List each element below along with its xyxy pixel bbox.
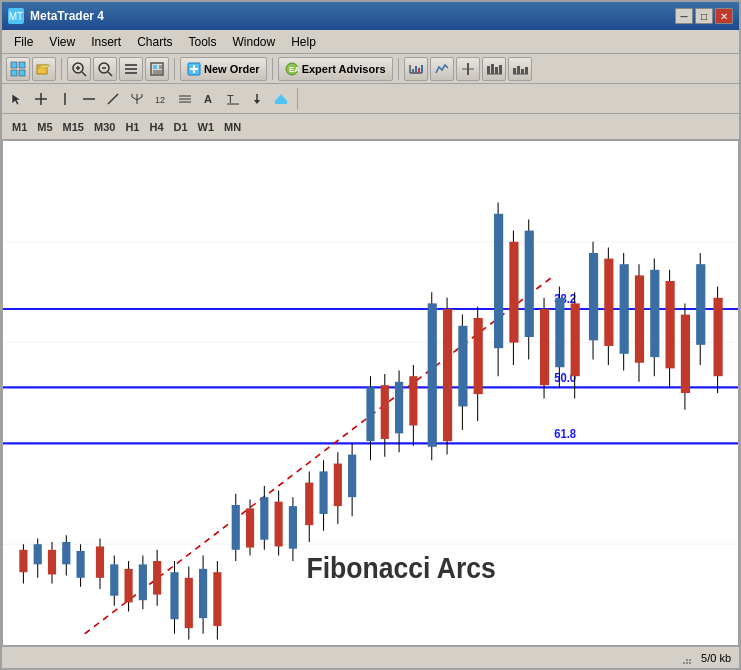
svg-rect-28 — [412, 69, 414, 73]
svg-rect-103 — [199, 569, 207, 618]
menu-help[interactable]: Help — [283, 33, 324, 51]
zoom-out-button[interactable] — [93, 57, 117, 81]
expert-advisors-label: Expert Advisors — [302, 63, 386, 75]
main-toolbar: New Order EA Expert Advisors — [2, 54, 739, 84]
zoom-in2-button[interactable] — [482, 57, 506, 81]
menu-view[interactable]: View — [41, 33, 83, 51]
open-button[interactable] — [32, 57, 56, 81]
close-button[interactable]: ✕ — [715, 8, 733, 24]
svg-rect-0 — [11, 62, 17, 68]
template-button[interactable] — [145, 57, 169, 81]
svg-rect-16 — [153, 65, 157, 69]
tf-m5[interactable]: M5 — [33, 117, 56, 137]
svg-marker-63 — [254, 100, 260, 104]
svg-rect-34 — [487, 66, 490, 74]
tf-m30[interactable]: M30 — [90, 117, 119, 137]
crosshair-tool[interactable] — [30, 88, 52, 110]
text2-tool[interactable]: T — [222, 88, 244, 110]
tf-h4[interactable]: H4 — [145, 117, 167, 137]
svg-rect-131 — [409, 376, 417, 425]
svg-rect-111 — [260, 497, 268, 540]
menu-charts[interactable]: Charts — [129, 33, 180, 51]
trendline-tool[interactable] — [102, 88, 124, 110]
fibonacci-tool[interactable] — [174, 88, 196, 110]
menu-insert[interactable]: Insert — [83, 33, 129, 51]
svg-rect-99 — [170, 572, 178, 619]
arrow-tool[interactable] — [246, 88, 268, 110]
main-window: MT MetaTrader 4 ─ □ ✕ File View Insert C… — [0, 0, 741, 670]
file-info: 5/0 kb — [701, 652, 731, 664]
chart-canvas: 38.2 50.0 61.8 — [3, 141, 738, 645]
svg-rect-174 — [683, 662, 685, 664]
svg-rect-165 — [681, 315, 690, 393]
minimize-button[interactable]: ─ — [675, 8, 693, 24]
svg-rect-135 — [443, 309, 452, 441]
svg-rect-173 — [689, 662, 691, 664]
chart-title: Fibonacci Arcs — [306, 552, 495, 584]
svg-text:A: A — [204, 93, 212, 105]
horizontal-line-tool[interactable] — [78, 88, 100, 110]
svg-rect-37 — [499, 65, 502, 74]
window-controls: ─ □ ✕ — [675, 8, 733, 24]
expert-advisors-button[interactable]: EA Expert Advisors — [278, 57, 393, 81]
tf-h1[interactable]: H1 — [121, 117, 143, 137]
svg-rect-169 — [714, 298, 723, 376]
new-order-button[interactable]: New Order — [180, 57, 267, 81]
text-tool[interactable]: A — [198, 88, 220, 110]
toolbar-separator-2 — [174, 58, 175, 80]
status-right: 5/0 kb — [677, 650, 731, 666]
menu-bar: File View Insert Charts Tools Window Hel… — [2, 30, 739, 54]
tf-m15[interactable]: M15 — [59, 117, 88, 137]
svg-rect-91 — [110, 564, 118, 595]
svg-rect-172 — [686, 662, 688, 664]
elliot-tool[interactable]: 12 — [150, 88, 172, 110]
svg-text:12: 12 — [155, 95, 165, 105]
history-button[interactable] — [404, 57, 428, 81]
svg-rect-147 — [540, 309, 549, 385]
svg-text:T: T — [227, 93, 234, 105]
new-chart-button[interactable] — [6, 57, 30, 81]
pitchfork-tool[interactable] — [126, 88, 148, 110]
svg-rect-117 — [305, 483, 313, 526]
svg-line-6 — [82, 72, 86, 76]
chart-area[interactable]: 38.2 50.0 61.8 — [2, 140, 739, 646]
svg-line-10 — [108, 72, 112, 76]
window-title: MetaTrader 4 — [30, 9, 104, 23]
indicators-button[interactable] — [430, 57, 454, 81]
svg-rect-141 — [494, 214, 503, 348]
svg-rect-95 — [139, 564, 147, 600]
svg-rect-13 — [125, 68, 137, 70]
svg-rect-83 — [48, 550, 56, 575]
tf-m1[interactable]: M1 — [8, 117, 31, 137]
cursor-tool[interactable] — [6, 88, 28, 110]
svg-rect-30 — [418, 68, 420, 73]
app-icon: MT — [8, 8, 24, 24]
svg-rect-89 — [96, 546, 104, 577]
status-bar: 5/0 kb — [2, 646, 739, 668]
tf-w1[interactable]: W1 — [194, 117, 219, 137]
color-tool[interactable] — [270, 88, 292, 110]
svg-rect-109 — [246, 508, 254, 547]
zoom-in-button[interactable] — [67, 57, 91, 81]
menu-tools[interactable]: Tools — [181, 33, 225, 51]
svg-rect-3 — [19, 70, 25, 76]
menu-window[interactable]: Window — [225, 33, 284, 51]
tf-mn[interactable]: MN — [220, 117, 245, 137]
menu-file[interactable]: File — [6, 33, 41, 51]
maximize-button[interactable]: □ — [695, 8, 713, 24]
zoom-out2-button[interactable] — [508, 57, 532, 81]
svg-rect-31 — [421, 65, 423, 73]
svg-rect-161 — [650, 270, 659, 357]
svg-rect-129 — [395, 382, 403, 434]
tf-d1[interactable]: D1 — [170, 117, 192, 137]
svg-rect-105 — [213, 572, 221, 626]
svg-rect-115 — [289, 506, 297, 549]
svg-rect-93 — [124, 569, 132, 603]
svg-rect-87 — [77, 551, 85, 578]
period-sep-button[interactable] — [456, 57, 480, 81]
svg-rect-133 — [428, 303, 437, 446]
svg-line-51 — [132, 97, 137, 100]
svg-rect-155 — [604, 259, 613, 346]
properties-button[interactable] — [119, 57, 143, 81]
vertical-line-tool[interactable] — [54, 88, 76, 110]
